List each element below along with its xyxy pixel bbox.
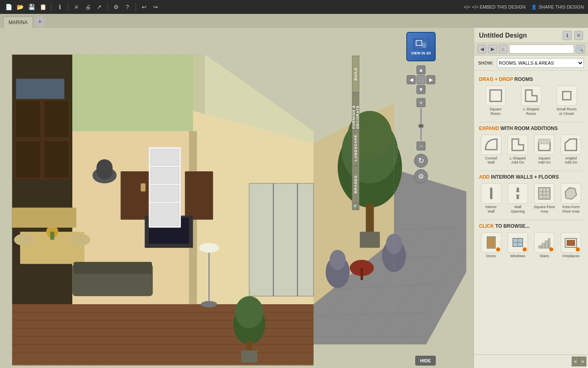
l-shaped-room-icon — [521, 85, 541, 106]
stairs-item[interactable]: Stairs — [532, 232, 557, 258]
open-file-icon[interactable]: 📂 — [16, 2, 24, 11]
square-addon-item[interactable]: SquareAdd-On — [532, 135, 557, 165]
l-shaped-addon-item[interactable]: L-ShapedAdd-On — [506, 135, 530, 165]
settings-icon[interactable]: ⚙ — [111, 2, 120, 11]
view-2d-label: VIEW IN 2D — [411, 51, 431, 55]
square-addon-icon — [534, 135, 555, 155]
square-room-item[interactable]: SquareRoom — [479, 85, 512, 116]
svg-rect-51 — [151, 185, 179, 201]
info-icon[interactable]: ℹ — [55, 2, 64, 11]
share-label: SHARE THIS DESIGN — [539, 4, 584, 9]
panel-info-button[interactable]: ℹ — [563, 31, 572, 40]
drag-drop-header: DRAG + DROP ROOMS — [479, 76, 583, 82]
click-suffix: TO BROWSE... — [495, 223, 530, 229]
angled-addon-label: AngledAdd-On — [565, 156, 577, 165]
svg-rect-116 — [545, 241, 548, 248]
panel-search-button[interactable]: 🔍 — [576, 45, 585, 54]
panel-header-icons: ℹ ✕ — [563, 31, 583, 40]
panel-close-button[interactable]: ✕ — [574, 31, 583, 40]
nav-right-button[interactable]: ▶ — [426, 75, 435, 84]
zoom-control: + − — [416, 98, 425, 150]
help-icon[interactable]: ? — [123, 2, 132, 11]
add-keyword: ADD — [479, 174, 490, 180]
svg-marker-106 — [565, 188, 577, 199]
l-shaped-room-item[interactable]: L-ShapedRoom — [514, 85, 548, 116]
square-floor-label: Square FloorArea — [534, 205, 555, 214]
copy-icon[interactable]: 📋 — [38, 2, 47, 11]
interior-wall-item[interactable]: InteriorWall — [479, 183, 503, 214]
panel-content: DRAG + DROP ROOMS SquareRoom — [474, 71, 588, 355]
fireplaces-icon — [561, 232, 581, 253]
wall-opening-item[interactable]: WallOpening — [506, 183, 530, 214]
svg-rect-42 — [50, 232, 54, 240]
l-shaped-room-label: L-ShapedRoom — [523, 107, 539, 116]
small-room-item[interactable]: Small Roomor Closet — [550, 85, 583, 116]
svg-rect-49 — [151, 149, 179, 165]
l-shaped-addon-label: L-ShapedAdd-On — [510, 156, 526, 165]
doors-item[interactable]: Doors — [479, 232, 503, 258]
nav-left-button[interactable]: ◀ — [407, 75, 416, 84]
new-file-icon[interactable]: 📄 — [4, 2, 13, 11]
code-icon: </> — [464, 4, 470, 9]
curved-wall-item[interactable]: CurvedWall — [479, 135, 503, 165]
rotate-button[interactable]: ↻ — [414, 154, 428, 168]
svg-rect-94 — [539, 139, 550, 144]
svg-point-43 — [14, 234, 34, 246]
panel-show-row: SHOW: ROOMS, WALLS & AREAS FURNISHINGS A… — [474, 56, 588, 71]
add-tab-button[interactable]: + — [35, 16, 45, 27]
zoom-in-button[interactable]: + — [416, 98, 425, 107]
collapse-left-button[interactable]: « — [572, 357, 579, 366]
nav-up-button[interactable]: ▲ — [416, 65, 425, 74]
tab-marina[interactable]: MARINA — [3, 16, 33, 28]
freeform-floor-item[interactable]: Free-FormFloor Area — [559, 183, 583, 214]
nav-back-button[interactable]: ◀ — [477, 45, 486, 54]
share-button[interactable]: 👤 SHARE THIS DESIGN — [531, 4, 584, 10]
svg-point-44 — [70, 234, 90, 246]
canvas-settings-button[interactable]: ⚙ — [414, 169, 428, 183]
design-canvas[interactable]: VIEW IN 2D ◀ ▶ ▲ ▼ + − ↻ ⚙ HIDE — [0, 28, 466, 368]
zoom-thumb[interactable] — [419, 124, 423, 128]
fireplaces-item[interactable]: Fireplaces — [559, 232, 583, 258]
main-area: VIEW IN 2D ◀ ▶ ▲ ▼ + − ↻ ⚙ HIDE — [0, 28, 588, 368]
hide-label: HIDE — [420, 358, 431, 363]
redo-icon[interactable]: ↪ — [151, 2, 160, 11]
nav-home-button[interactable]: ⌂ — [499, 45, 508, 54]
save-icon[interactable]: 💾 — [27, 2, 36, 11]
nav-down-button[interactable]: ▼ — [416, 85, 425, 94]
interior-wall-label: InteriorWall — [486, 205, 497, 214]
side-tab-search[interactable]: 🔍 — [352, 203, 359, 210]
collapse-right-button[interactable]: » — [579, 357, 586, 366]
export-icon[interactable]: ↗ — [95, 2, 104, 11]
embed-button[interactable]: </> </> EMBED THIS DESIGN — [464, 4, 526, 9]
click-keyword: CLICK — [479, 223, 494, 229]
svg-marker-90 — [526, 90, 537, 101]
panel-search-input[interactable] — [509, 45, 574, 54]
svg-point-75 — [235, 296, 263, 328]
svg-rect-67 — [360, 232, 380, 248]
add-suffix: INTERIOR WALLS + FLOORS — [491, 174, 559, 180]
print-icon[interactable]: 🖨 — [83, 2, 92, 11]
angled-addon-item[interactable]: AngledAdd-On — [559, 135, 583, 165]
side-tab-landscape[interactable]: LANDSCAPE — [352, 129, 359, 166]
svg-rect-117 — [548, 238, 550, 248]
svg-rect-54 — [96, 159, 112, 179]
side-tab-build[interactable]: BUILD — [352, 56, 359, 92]
undo-icon[interactable]: ↩ — [140, 2, 149, 11]
show-dropdown[interactable]: ROOMS, WALLS & AREAS FURNISHINGS ALL — [497, 58, 584, 68]
zoom-out-button[interactable]: − — [416, 141, 425, 150]
nav-forward-button[interactable]: ▶ — [488, 45, 497, 54]
list-icon[interactable]: ≡ — [72, 2, 81, 11]
square-floor-icon — [534, 183, 555, 204]
svg-rect-91 — [563, 92, 571, 100]
expand-suffix: WITH ROOM ADDITIONS — [500, 126, 557, 131]
side-tab-brands[interactable]: BRANDS — [352, 166, 359, 203]
windows-item[interactable]: Windows — [506, 232, 530, 258]
svg-point-59 — [201, 301, 217, 307]
square-floor-item[interactable]: Square FloorArea — [532, 183, 557, 214]
side-tab-furnish[interactable]: FURNISH & DECORATE — [352, 92, 359, 129]
sep4 — [136, 3, 136, 11]
nav-center-button[interactable] — [416, 75, 425, 84]
hide-button[interactable]: HIDE — [415, 356, 436, 366]
small-room-icon — [557, 85, 577, 106]
view-2d-button[interactable]: VIEW IN 2D — [406, 32, 436, 61]
